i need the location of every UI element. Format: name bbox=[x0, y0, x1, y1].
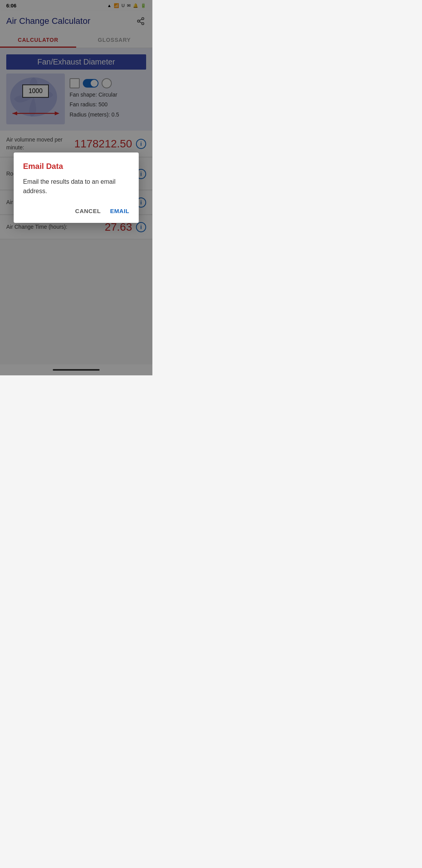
dialog-title: Email Data bbox=[23, 162, 131, 171]
dialog-message: Email the results data to an email addre… bbox=[23, 177, 131, 196]
dialog-overlay: Email Data Email the results data to an … bbox=[0, 0, 152, 375]
email-data-dialog: Email Data Email the results data to an … bbox=[14, 152, 139, 223]
email-button[interactable]: EMAIL bbox=[109, 205, 131, 217]
dialog-actions: CANCEL EMAIL bbox=[23, 205, 131, 217]
cancel-button[interactable]: CANCEL bbox=[73, 205, 102, 217]
